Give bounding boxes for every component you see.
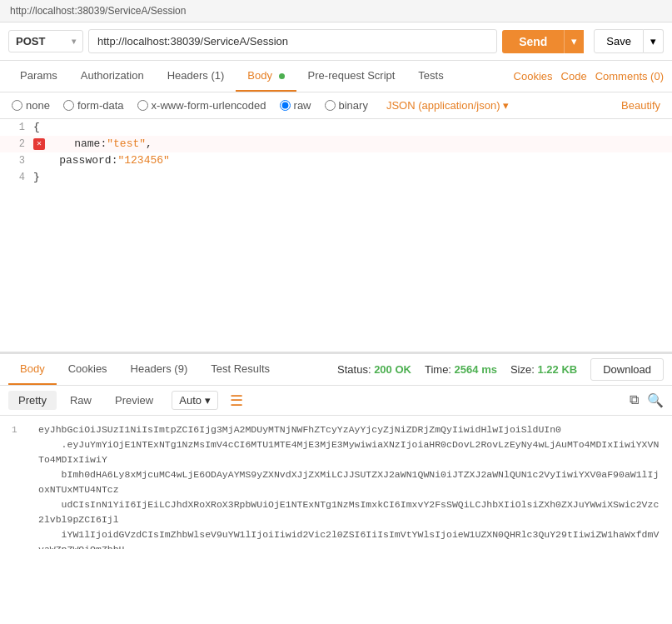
resp-body-content: eyJhbGciOiJSUzI1NiIsImtpZCI6Ijg3MjA2MDUy… [38, 422, 660, 549]
response-view-tabs: Pretty Raw Preview Auto ▾ ☰ ⧉ 🔍 [0, 386, 672, 416]
tab-headers[interactable]: Headers (1) [156, 61, 236, 92]
code-line-4: 4 } [0, 169, 672, 186]
resp-view-pretty[interactable]: Pretty [8, 391, 57, 410]
json-arrow-icon: ▾ [503, 99, 509, 112]
title-bar: http://localhost:38039/ServiceA/Session [0, 0, 672, 22]
save-button[interactable]: Save [594, 29, 644, 53]
tab-params[interactable]: Params [8, 61, 69, 92]
response-icons: ⧉ 🔍 [630, 392, 664, 408]
wrap-icon[interactable]: ☰ [230, 392, 243, 410]
resp-body-line: 1 eyJhbGciOiJSUzI1NiIsImtpZCI6Ijg3MjA2MD… [12, 422, 660, 549]
resp-tab-body[interactable]: Body [8, 354, 57, 385]
resp-view-raw[interactable]: Raw [60, 391, 102, 410]
resp-tab-headers[interactable]: Headers (9) [119, 354, 200, 385]
resp-tab-cookies[interactable]: Cookies [57, 354, 119, 385]
status-info: Status: 200 OK Time: 2564 ms Size: 1.22 … [337, 358, 664, 381]
status-label: Status: 200 OK [337, 363, 411, 376]
radio-urlencoded[interactable]: x-www-form-urlencoded [137, 99, 266, 112]
time-label: Time: 2564 ms [425, 363, 497, 376]
resp-view-preview[interactable]: Preview [105, 391, 163, 410]
auto-arrow-icon: ▾ [205, 394, 211, 407]
send-btn-group: Send ▾ [502, 30, 584, 53]
code-link[interactable]: Code [561, 70, 587, 82]
radio-raw[interactable]: raw [280, 99, 311, 112]
url-input[interactable] [88, 29, 497, 53]
send-button[interactable]: Send [502, 30, 564, 53]
code-editor: 1 { 2 ✕ name:"test", 3 password:"123456"… [0, 119, 672, 352]
beautify-button[interactable]: Beautify [621, 99, 660, 112]
auto-select[interactable]: Auto ▾ [172, 391, 218, 410]
code-line-3: 3 password:"123456" [0, 152, 672, 169]
json-type-select[interactable]: JSON (application/json) ▾ [386, 99, 510, 112]
radio-none[interactable]: none [12, 99, 50, 112]
response-section: Body Cookies Headers (9) Test Results St… [0, 352, 672, 549]
download-button[interactable]: Download [590, 358, 664, 381]
method-select[interactable]: POST ▾ [8, 30, 83, 52]
request-tabs: Params Authorization Headers (1) Body Pr… [0, 61, 672, 92]
body-options: none form-data x-www-form-urlencoded raw… [0, 92, 672, 119]
request-tab-right: Cookies Code Comments (0) [514, 70, 664, 82]
method-value: POST [16, 35, 45, 47]
status-value: 200 OK [374, 363, 411, 376]
copy-icon[interactable]: ⧉ [630, 392, 639, 408]
radio-binary[interactable]: binary [325, 99, 368, 112]
code-line-1: 1 { [0, 119, 672, 136]
url-bar: POST ▾ Send ▾ Save ▾ [0, 22, 672, 61]
send-arrow-button[interactable]: ▾ [564, 30, 584, 53]
size-label: Size: 1.22 KB [510, 363, 577, 376]
resp-tab-test-results[interactable]: Test Results [199, 354, 281, 385]
size-value: 1.22 KB [537, 363, 577, 376]
save-arrow-button[interactable]: ▾ [644, 29, 664, 53]
tab-tests[interactable]: Tests [406, 61, 455, 92]
response-body: 1 eyJhbGciOiJSUzI1NiIsImtpZCI6Ijg3MjA2MD… [0, 416, 672, 549]
cookies-link[interactable]: Cookies [514, 70, 553, 82]
save-btn-group: Save ▾ [594, 29, 664, 53]
code-line-2: 2 ✕ name:"test", [0, 136, 672, 152]
time-value: 2564 ms [455, 363, 497, 376]
response-tabs-bar: Body Cookies Headers (9) Test Results St… [0, 354, 672, 386]
tab-authorization[interactable]: Authorization [69, 61, 156, 92]
body-dot [279, 73, 285, 79]
comments-link[interactable]: Comments (0) [595, 70, 664, 82]
tab-pre-request[interactable]: Pre-request Script [296, 61, 407, 92]
method-arrow-icon: ▾ [72, 37, 76, 46]
radio-form-data[interactable]: form-data [63, 99, 124, 112]
error-icon: ✕ [33, 138, 45, 150]
search-icon[interactable]: 🔍 [647, 392, 664, 408]
tab-body[interactable]: Body [236, 61, 296, 92]
title-url: http://localhost:38039/ServiceA/Session [10, 5, 186, 17]
resp-line-number: 1 [12, 422, 38, 437]
